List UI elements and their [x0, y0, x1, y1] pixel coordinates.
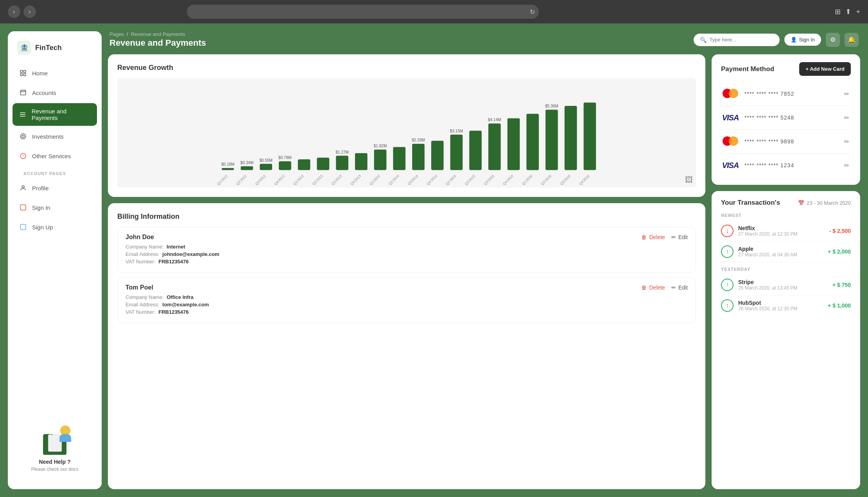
signin-label: Sign In [32, 204, 50, 211]
billing-actions-0: 🗑 Delete ✏ Edit [641, 234, 688, 240]
share-button[interactable]: ⬆ [845, 7, 851, 16]
svg-point-11 [20, 134, 26, 139]
sidebar-item-signin[interactable]: Sign In [13, 198, 97, 216]
sidebar-item-profile[interactable]: Profile [13, 179, 97, 197]
mastercard-logo-0 [721, 88, 740, 100]
svg-rect-35 [336, 156, 348, 170]
transaction-name-hubspot: HubSpot [738, 300, 828, 306]
card-edit-button-1[interactable]: ✏ [843, 113, 851, 123]
svg-rect-67 [584, 102, 596, 170]
payment-header: Payment Method + Add New Card [721, 62, 851, 76]
svg-rect-45 [412, 144, 425, 170]
billing-email-1: Email Address: tom@example.com [126, 302, 688, 307]
svg-text:$5.36M: $5.36M [545, 104, 558, 108]
billing-item-0: John Doe 🗑 Delete ✏ Edit [117, 227, 696, 273]
settings-button[interactable]: ⚙ [826, 33, 840, 47]
svg-rect-19 [222, 168, 234, 170]
svg-text:$0.18M: $0.18M [221, 162, 235, 166]
svg-rect-33 [317, 158, 330, 170]
logo-text: FinTech [35, 44, 62, 52]
nav-arrows: ‹ › [8, 5, 36, 18]
delete-button-1[interactable]: 🗑 Delete [641, 284, 665, 291]
svg-text:Q2'2012: Q2'2012 [235, 174, 247, 186]
sidebar-item-investments[interactable]: Investments [13, 127, 97, 145]
svg-text:Q1'2013: Q1'2013 [292, 174, 305, 186]
topbar-signin-button[interactable]: 👤 Sign In [784, 34, 821, 46]
outgoing-icon-netflix: ↓ [721, 225, 733, 237]
edit-button-1[interactable]: ✏ Edit [671, 284, 688, 291]
billing-vat-1: VAT Number: FRB1235476 [126, 309, 688, 315]
refresh-button[interactable]: ↻ [530, 8, 535, 16]
svg-text:Q4'2015: Q4'2015 [502, 174, 514, 186]
add-button[interactable]: + [856, 7, 860, 16]
billing-actions-1: 🗑 Delete ✏ Edit [641, 284, 688, 291]
svg-rect-17 [20, 205, 26, 210]
svg-text:Q4'2016: Q4'2016 [578, 174, 590, 186]
browser-actions: ⊞ ⬆ + [835, 7, 860, 16]
card-item-3: VISA **** **** **** 1234 ✏ [721, 154, 851, 177]
transaction-item-netflix: ↓ Netflix 27 March 2020, at 12:30 PM - $… [721, 221, 851, 241]
svg-text:Q4'2013: Q4'2013 [350, 174, 362, 186]
search-input[interactable] [710, 37, 775, 43]
calendar-icon: 📅 [798, 200, 804, 206]
billing-item-1: Tom Poel 🗑 Delete ✏ Edit [117, 277, 696, 323]
forward-button[interactable]: › [23, 5, 36, 18]
sidebar-item-other[interactable]: Other Services [13, 147, 97, 165]
card-number-0: **** **** **** 7852 [744, 91, 794, 97]
svg-text:Q4'2012: Q4'2012 [274, 174, 286, 186]
add-card-button[interactable]: + Add New Card [799, 62, 851, 76]
svg-rect-62 [545, 110, 558, 170]
delete-button-0[interactable]: 🗑 Delete [641, 234, 665, 240]
content-grid: Revenue Growth $0.18MQ1'2012$0.34MQ2'201… [108, 54, 860, 489]
user-icon: 👤 [791, 37, 797, 43]
billing-item-header-1: Tom Poel 🗑 Delete ✏ Edit [126, 284, 688, 291]
other-label: Other Services [32, 153, 71, 159]
svg-text:Q2'2014: Q2'2014 [388, 174, 400, 186]
billing-name-1: Tom Poel [126, 284, 153, 291]
svg-rect-1 [24, 70, 26, 72]
payment-title: Payment Method [721, 65, 774, 73]
notifications-button[interactable]: 🔔 [845, 33, 859, 47]
svg-text:Q3'2012: Q3'2012 [255, 174, 267, 186]
svg-rect-25 [260, 164, 272, 170]
date-range: 📅 23 - 30 March 2020 [798, 200, 851, 206]
card-edit-button-2[interactable]: ✏ [843, 136, 851, 147]
card-item-2: **** **** **** 9898 ✏ [721, 130, 851, 154]
sidebar-item-signup[interactable]: Sign Up [13, 218, 97, 236]
edit-icon-1: ✏ [671, 284, 676, 291]
billing-item-header-0: John Doe 🗑 Delete ✏ Edit [126, 234, 688, 241]
card-info-3: VISA **** **** **** 1234 [721, 159, 843, 172]
account-pages-label: ACCOUNT PAGES [13, 166, 97, 179]
new-tab-button[interactable]: ⊞ [835, 7, 841, 16]
card-info-1: VISA **** **** **** 5248 [721, 111, 843, 124]
svg-rect-60 [526, 114, 539, 170]
transaction-date-netflix: 27 March 2020, at 12:30 PM [738, 231, 829, 237]
url-input[interactable] [187, 5, 539, 19]
back-button[interactable]: ‹ [8, 5, 20, 18]
transaction-info-apple: Apple 27 March 2020, at 04:30 AM [738, 246, 828, 257]
visa-logo-3: VISA [721, 159, 740, 172]
transactions-header: Your Transaction's 📅 23 - 30 March 2020 [721, 199, 851, 207]
svg-text:Q3'2015: Q3'2015 [483, 174, 495, 186]
card-edit-button-0[interactable]: ✏ [843, 89, 851, 99]
sidebar-item-home[interactable]: Home [13, 64, 97, 82]
help-subtitle: Please check our docs [31, 467, 79, 472]
svg-rect-2 [20, 74, 22, 76]
svg-point-12 [22, 135, 24, 138]
help-title: Need Help ? [39, 459, 71, 465]
svg-text:$1.27M: $1.27M [335, 150, 349, 154]
transaction-date-stripe: 26 March 2020, at 13:45 PM [738, 285, 832, 291]
transaction-name-stripe: Stripe [738, 279, 832, 285]
sidebar-nav: Home Accounts [8, 64, 102, 418]
home-icon [19, 69, 27, 77]
svg-text:Q2'2016: Q2'2016 [540, 174, 552, 186]
sidebar-item-accounts[interactable]: Accounts [13, 84, 97, 102]
transaction-amount-stripe: + $ 750 [832, 282, 851, 288]
newest-label: NEWEST [721, 213, 851, 218]
card-edit-button-3[interactable]: ✏ [843, 160, 851, 171]
edit-button-0[interactable]: ✏ Edit [671, 234, 688, 240]
transaction-info-netflix: Netflix 27 March 2020, at 12:30 PM [738, 225, 829, 237]
svg-rect-55 [488, 123, 501, 170]
transaction-info-stripe: Stripe 26 March 2020, at 13:45 PM [738, 279, 832, 291]
sidebar-item-revenue[interactable]: Revenue and Payments [13, 103, 97, 126]
